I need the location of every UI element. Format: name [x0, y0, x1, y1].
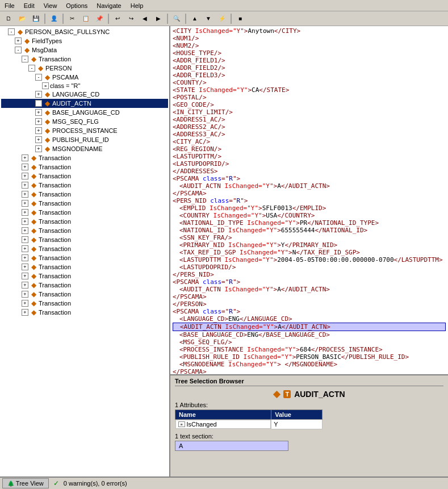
expand-icon[interactable]: +	[22, 291, 28, 298]
tool1-button[interactable]: ⚡	[216, 13, 228, 24]
undo-button[interactable]: ↩	[111, 13, 124, 24]
expand-icon[interactable]: +	[22, 154, 28, 161]
sep6	[231, 14, 232, 24]
expand-icon[interactable]: +	[22, 209, 28, 216]
tree-node-msg-seq-flg[interactable]: + ◆ MSG_SEQ_FLG	[1, 117, 168, 126]
tree-node-msgnodename[interactable]: + ◆ MSGNODENAME	[1, 144, 168, 153]
zoomin-button[interactable]: ▲	[189, 13, 201, 24]
tree-node-transaction-4[interactable]: + ◆ Transaction	[1, 190, 168, 199]
expand-icon[interactable]: +	[22, 182, 28, 189]
paste-button[interactable]: 📌	[93, 13, 106, 24]
expand-icon[interactable]: -	[28, 65, 35, 72]
expand-icon[interactable]: +	[22, 282, 28, 289]
expand-icon[interactable]: +	[35, 100, 42, 107]
menu-edit[interactable]: Edit	[19, 1, 39, 10]
expand-icon[interactable]: +	[22, 300, 28, 307]
diamond-icon: ◆	[30, 254, 37, 262]
xml-line: <PSCAMA class="R">	[173, 278, 446, 286]
expand-icon[interactable]: +	[22, 264, 28, 270]
tree-node-base-language-cd[interactable]: + ◆ BASE_LANGUAGE_CD	[1, 108, 168, 117]
copy-button[interactable]: 📋	[79, 13, 92, 24]
tree-node-transaction-13[interactable]: + ◆ Transaction	[1, 271, 168, 281]
expand-icon[interactable]: +	[22, 164, 28, 170]
stop-button[interactable]: ■	[234, 13, 246, 24]
expand-icon[interactable]: +	[35, 145, 42, 152]
menu-navigate[interactable]: Navigate	[92, 1, 125, 10]
tree-label: BASE_LANGUAGE_CD	[52, 109, 120, 116]
expand-icon[interactable]: -	[15, 47, 22, 53]
new-button[interactable]: 🗋	[2, 13, 15, 24]
expand-icon[interactable]: +	[22, 273, 28, 279]
expand-icon[interactable]: +	[22, 191, 28, 198]
treeview-tab[interactable]: 🌲 Tree View	[2, 478, 49, 488]
expand-icon[interactable]: +	[22, 173, 28, 179]
menu-view[interactable]: View	[39, 1, 62, 10]
expand-icon[interactable]: +	[22, 245, 28, 252]
tree-node-transaction-6[interactable]: + ◆ Transaction	[1, 208, 168, 217]
tree-node-transaction-10[interactable]: + ◆ Transaction	[1, 244, 168, 253]
tree-node-process-instance[interactable]: + ◆ PROCESS_INSTANCE	[1, 126, 168, 135]
expand-icon[interactable]: +	[35, 127, 42, 134]
tree-node-transaction-0[interactable]: + ◆ Transaction	[1, 153, 168, 162]
warnings-text: 0 warning(s), 0 error(s)	[64, 480, 127, 487]
diamond-icon: ◆	[30, 263, 37, 271]
expand-icon[interactable]: -	[8, 28, 15, 35]
tree-node-transaction-12[interactable]: + ◆ Transaction	[1, 262, 168, 271]
expand-icon[interactable]: +	[22, 200, 28, 207]
expand-icon[interactable]: +	[35, 91, 42, 98]
right-button[interactable]: ▶	[152, 13, 165, 24]
tree-node-fieldtypes[interactable]: + ◆ FieldTypes	[1, 36, 168, 45]
tree-node-transaction-3[interactable]: + ◆ Transaction	[1, 181, 168, 190]
person-button[interactable]: 👤	[48, 13, 60, 24]
open-button[interactable]: 📂	[16, 13, 28, 24]
diamond-icon: ◆	[30, 236, 37, 244]
tree-node-transaction-16[interactable]: + ◆ Transaction	[1, 299, 168, 308]
tree-node-transaction-17[interactable]: + ◆ Transaction	[1, 308, 168, 317]
tree-node-language-cd[interactable]: + ◆ LANGUAGE_CD	[1, 90, 168, 99]
menu-help[interactable]: Help	[126, 1, 148, 10]
xml-line: <MSGNODENAME IsChanged="Y"> </MSGNODENAM…	[173, 361, 446, 368]
tree-node-transaction-15[interactable]: + ◆ Transaction	[1, 290, 168, 299]
tree-node-transaction-9[interactable]: + ◆ Transaction	[1, 235, 168, 244]
tree-node-transaction-11[interactable]: + ◆ Transaction	[1, 253, 168, 262]
xml-line: <ADDR_FIELD1/>	[173, 57, 446, 64]
tree-node-msgdata[interactable]: - ◆ MsgData	[1, 45, 168, 55]
tree-node-transaction-7[interactable]: + ◆ Transaction	[1, 217, 168, 226]
tree-node-audit-actn[interactable]: + ◆ AUDIT_ACTN	[1, 99, 168, 108]
redo-button[interactable]: ↪	[125, 13, 137, 24]
tree-node-publish-rule-id[interactable]: + ◆ PUBLISH_RULE_ID	[1, 135, 168, 144]
xml-line: <LASTUPDOPRID/>	[173, 160, 446, 168]
tree-node-pscama[interactable]: - ◆ PSCAMA	[1, 73, 168, 82]
expand-icon[interactable]: +	[22, 236, 28, 243]
tree-node-class[interactable]: ≡ class = "R"	[1, 82, 168, 90]
diamond-icon: ◆	[30, 245, 37, 253]
tree-label: Transaction	[39, 182, 71, 189]
expand-icon[interactable]: +	[35, 136, 42, 143]
left-button[interactable]: ◀	[139, 13, 151, 24]
zoomout-button[interactable]: ▼	[202, 13, 215, 24]
expand-icon[interactable]: +	[15, 37, 22, 44]
xml-line: <COUNTY/>	[173, 79, 446, 86]
menu-file[interactable]: File	[0, 1, 19, 10]
expand-icon[interactable]: +	[35, 118, 42, 125]
tree-node-person[interactable]: - ◆ PERSON	[1, 64, 168, 73]
cut-button[interactable]: ✂	[66, 13, 78, 24]
tree-node-transaction-1[interactable]: + ◆ Transaction	[1, 162, 168, 172]
save-button[interactable]: 💾	[30, 13, 42, 24]
menu-options[interactable]: Options	[61, 1, 92, 10]
tree-node-transaction-5[interactable]: + ◆ Transaction	[1, 199, 168, 208]
tree-node-transaction-expanded[interactable]: - ◆ Transaction	[1, 55, 168, 64]
find-button[interactable]: 🔍	[170, 13, 183, 24]
tree-node-transaction-2[interactable]: + ◆ Transaction	[1, 172, 168, 181]
expand-icon[interactable]: -	[35, 74, 42, 81]
tree-label: Transaction	[39, 191, 71, 198]
expand-icon[interactable]: +	[22, 309, 28, 316]
expand-icon[interactable]: +	[35, 109, 42, 116]
tree-node-transaction-14[interactable]: + ◆ Transaction	[1, 281, 168, 290]
expand-icon[interactable]: -	[22, 56, 28, 62]
tree-node-transaction-8[interactable]: + ◆ Transaction	[1, 226, 168, 235]
tree-node-root[interactable]: - ◆ PERSON_BASIC_FULLSYNC	[1, 27, 168, 36]
expand-icon[interactable]: +	[22, 254, 28, 261]
expand-icon[interactable]: +	[22, 227, 28, 234]
expand-icon[interactable]: +	[22, 218, 28, 225]
